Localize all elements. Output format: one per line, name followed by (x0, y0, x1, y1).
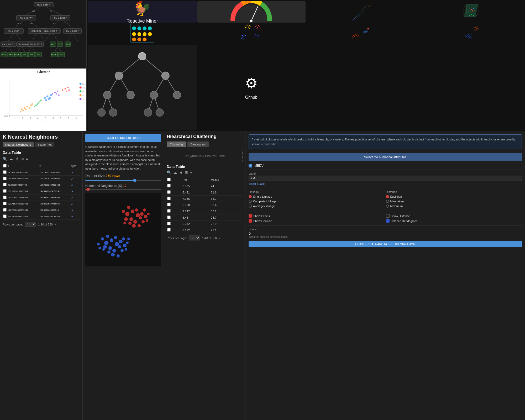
svg-point-411 (120, 249, 124, 252)
svg-point-184 (360, 14, 360, 14)
single-linkage-radio[interactable] (249, 195, 252, 198)
hc-next-page-btn[interactable]: › (219, 237, 220, 240)
next-page-btn[interactable]: › (55, 223, 56, 226)
euclidian-radio[interactable] (386, 195, 389, 198)
svg-point-149 (355, 18, 356, 18)
hc-row-checkbox[interactable] (167, 197, 171, 200)
row-checkbox[interactable] (3, 196, 7, 199)
show-centroid-checkbox[interactable] (249, 219, 252, 223)
svg-text:44.8: 44.8 (30, 54, 33, 56)
svg-point-308 (366, 32, 366, 33)
svg-line-354 (142, 56, 166, 76)
svg-point-399 (119, 240, 123, 243)
svg-text:RM ≤ 8.259 ?: RM ≤ 8.259 ? (44, 30, 57, 32)
hc-row-checkbox[interactable] (167, 228, 171, 232)
hc-grid-icon[interactable]: ⊞ (185, 170, 188, 175)
svg-point-109 (65, 88, 66, 90)
search-icon[interactable]: 🔍 (3, 157, 7, 161)
hc-dendogram-tab[interactable]: Dendogram (187, 141, 209, 147)
cluster-data-btn[interactable]: CLUSTER DATA AND NODES INFORMATION (249, 241, 522, 247)
hc-search-icon[interactable]: 🔍 (167, 170, 171, 175)
k-value: 10 (123, 184, 126, 188)
hc-row-checkbox[interactable] (167, 222, 171, 225)
row-checkbox[interactable] (3, 170, 7, 174)
svg-point-206 (469, 8, 470, 8)
hc-row-checkbox[interactable] (167, 209, 171, 213)
knn-title: K Nearest Neighbours (3, 134, 80, 140)
svg-point-408 (101, 237, 104, 240)
svg-point-185 (359, 15, 359, 15)
hc-filter-icon[interactable]: ≡ (190, 170, 192, 175)
svg-point-173 (371, 6, 371, 7)
knn-scatter-preview (85, 193, 161, 266)
row-checkbox[interactable] (3, 202, 7, 205)
nearest-neighbours-tab[interactable]: Nearest Neighbours (3, 142, 34, 147)
row-checkbox[interactable] (3, 214, 7, 218)
tree-diagram-cell (88, 45, 197, 130)
hc-select-all[interactable] (167, 178, 171, 181)
select-attributes-btn[interactable]: Select the numerical attributes (249, 153, 522, 161)
show-distance-checkbox[interactable] (386, 214, 390, 218)
distance-col: Distance Euclidian Manhattan Maximum (386, 190, 522, 209)
table-row: 212.71006383075508 247.22749887588327 B (3, 213, 80, 220)
svg-rect-251 (257, 27, 258, 28)
row-checkbox[interactable] (3, 189, 7, 193)
svg-point-364 (115, 72, 123, 80)
hc-rows-per-page-select[interactable]: 10 25 50 (189, 235, 200, 240)
rooster-icon: 🐓 (133, 1, 151, 17)
scatter-plot-tab[interactable]: ScatterPlot (35, 142, 54, 147)
hc-print-icon[interactable]: 🖨 (179, 170, 183, 175)
table-row: 6.998 33.4 (167, 202, 243, 208)
table-row: 6.575 24 (167, 183, 243, 189)
maximum-option: Maximum (386, 204, 522, 208)
medv-checkbox[interactable]: ✓ (249, 164, 252, 167)
svg-point-372 (144, 109, 152, 117)
manhattan-radio[interactable] (386, 200, 389, 203)
row-checkbox[interactable] (3, 208, 7, 212)
svg-point-310 (363, 33, 364, 33)
average-linkage-radio[interactable] (249, 204, 252, 208)
hc-row-checkbox[interactable] (167, 190, 171, 194)
linkage-col: Linkage Single-Linkage Complete-Linkage … (249, 190, 385, 209)
hc-row-checkbox[interactable] (167, 216, 171, 219)
svg-text:Cl...: Cl... (82, 98, 86, 101)
svg-point-207 (471, 9, 471, 10)
svg-point-129 (369, 3, 369, 4)
complete-linkage-radio[interactable] (249, 200, 252, 203)
hc-clustering-tab[interactable]: Clustering (167, 141, 186, 147)
svg-point-350 (475, 27, 475, 27)
cloud-icon[interactable]: ☁ (9, 157, 13, 161)
svg-text:7: 7 (60, 117, 61, 119)
svg-point-136 (367, 5, 368, 5)
svg-rect-258 (242, 35, 243, 36)
rows-per-page-select[interactable]: 10 25 50 (25, 222, 36, 227)
svg-point-147 (357, 15, 358, 16)
svg-point-363 (138, 52, 146, 60)
hc-row-checkbox[interactable] (167, 184, 171, 187)
row-checkbox[interactable] (3, 183, 7, 186)
show-labels-checkbox[interactable] (249, 214, 252, 218)
select-all-checkbox[interactable] (3, 164, 7, 167)
row-checkbox[interactable] (3, 177, 7, 180)
balance-dendogram-checkbox[interactable] (386, 219, 390, 223)
svg-rect-246 (250, 26, 251, 27)
load-demo-btn[interactable]: LOAD DEMO DATASET (85, 134, 161, 142)
hc-rows-per-page-label: Rows per page: (167, 237, 187, 240)
top-grid: 🐓 Reactive Miner Da (87, 0, 525, 131)
print-icon[interactable]: 🖨 (15, 157, 19, 161)
knn-pagination: Rows per page: 10 25 50 1-10 of 250 › (3, 222, 80, 227)
svg-point-413 (126, 242, 129, 244)
grid-icon[interactable]: ⊞ (21, 157, 24, 161)
select-label-link[interactable]: Select a Label (249, 182, 522, 185)
maximum-radio[interactable] (386, 204, 389, 208)
hc-cloud-icon[interactable]: ☁ (173, 170, 177, 175)
hc-row-checkbox[interactable] (167, 203, 171, 206)
label-field-label: Label (249, 172, 522, 175)
svg-point-148 (356, 17, 356, 17)
filter-icon[interactable]: ≡ (26, 157, 28, 161)
dropzone[interactable]: Drag/drop csv files over here (167, 150, 243, 162)
label-field-input[interactable] (249, 176, 522, 181)
svg-point-338 (465, 37, 465, 37)
svg-text:48.3: 48.3 (51, 43, 55, 45)
svg-point-151 (353, 19, 354, 20)
